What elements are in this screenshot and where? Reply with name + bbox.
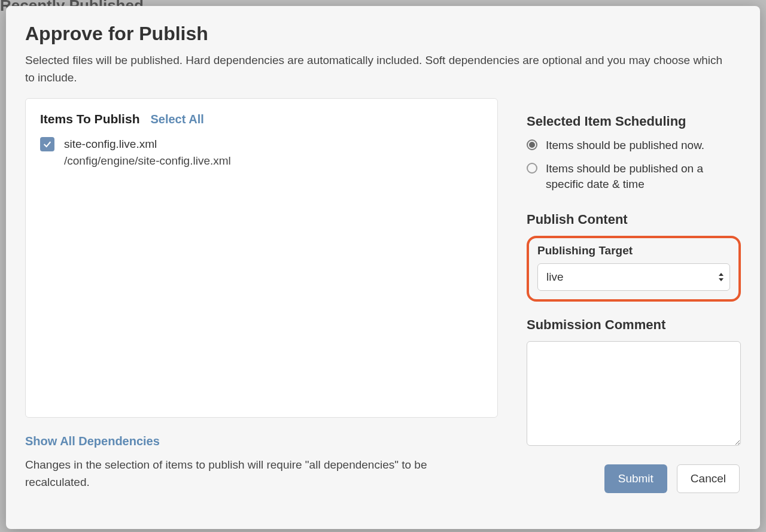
modal-footer-buttons: Submit Cancel bbox=[604, 464, 740, 493]
publishing-target-select[interactable]: live bbox=[537, 263, 730, 291]
select-all-link[interactable]: Select All bbox=[150, 113, 203, 126]
items-to-publish-panel: Items To Publish Select All site-config.… bbox=[25, 98, 498, 418]
item-checkbox[interactable] bbox=[40, 137, 54, 151]
publish-content-heading: Publish Content bbox=[527, 212, 741, 227]
radio-icon bbox=[527, 139, 537, 150]
item-name: site-config.live.xml bbox=[64, 136, 231, 153]
show-all-dependencies-link[interactable]: Show All Dependencies bbox=[25, 434, 160, 448]
publishing-target-select-wrap: live bbox=[537, 263, 730, 291]
cancel-button[interactable]: Cancel bbox=[677, 464, 740, 493]
submission-comment-heading: Submission Comment bbox=[527, 317, 741, 333]
right-column: Selected Item Scheduling Items should be… bbox=[527, 98, 741, 515]
radio-label: Items should be published on a specific … bbox=[546, 161, 741, 193]
dependencies-section: Show All Dependencies Changes in the sel… bbox=[25, 434, 498, 491]
submission-comment-textarea[interactable] bbox=[527, 341, 741, 446]
left-column: Items To Publish Select All site-config.… bbox=[25, 98, 498, 515]
schedule-now-option[interactable]: Items should be published now. bbox=[527, 138, 741, 154]
check-icon bbox=[42, 139, 52, 149]
item-text: site-config.live.xml /config/engine/site… bbox=[64, 136, 231, 169]
approve-publish-modal: Approve for Publish Selected files will … bbox=[6, 6, 760, 529]
scheduling-heading: Selected Item Scheduling bbox=[527, 114, 741, 129]
publishing-target-highlight: Publishing Target live bbox=[527, 236, 741, 302]
publish-item-row: site-config.live.xml /config/engine/site… bbox=[40, 136, 483, 169]
modal-body: Items To Publish Select All site-config.… bbox=[25, 98, 741, 515]
scheduling-radio-group: Items should be published now. Items sho… bbox=[527, 138, 741, 193]
submit-button[interactable]: Submit bbox=[604, 464, 667, 493]
items-header: Items To Publish Select All bbox=[40, 112, 483, 126]
item-path: /config/engine/site-config.live.xml bbox=[64, 153, 231, 169]
modal-subtitle: Selected files will be published. Hard d… bbox=[25, 52, 731, 86]
publishing-target-label: Publishing Target bbox=[537, 244, 730, 257]
items-heading: Items To Publish bbox=[40, 112, 139, 126]
modal-title: Approve for Publish bbox=[25, 23, 741, 45]
radio-label: Items should be published now. bbox=[546, 138, 704, 154]
schedule-later-option[interactable]: Items should be published on a specific … bbox=[527, 161, 741, 193]
dependencies-note: Changes in the selection of items to pub… bbox=[25, 457, 456, 491]
radio-icon bbox=[527, 163, 537, 174]
